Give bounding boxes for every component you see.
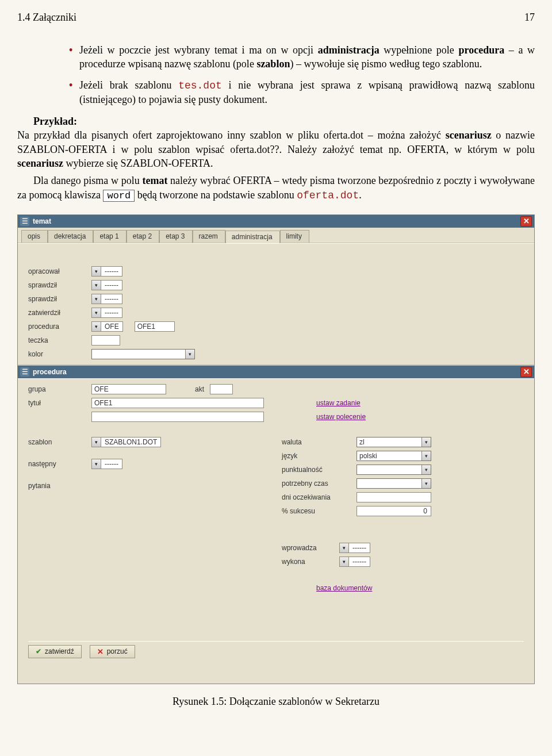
input-teczka[interactable]	[91, 335, 120, 346]
cancel-button[interactable]: ✕ porzuć	[90, 645, 135, 658]
combo-nastepny[interactable]: ------	[91, 459, 122, 469]
bullet-item-2: Jeżeli brak szablonu tes.dot i nie wybra…	[69, 78, 535, 107]
tab-etap2[interactable]: etap 2	[126, 230, 159, 243]
text: ) – wywołuje się pismo według tego szabl…	[290, 58, 482, 70]
tab-etap3[interactable]: etap 3	[159, 230, 192, 243]
chevron-down-icon	[92, 281, 101, 290]
label-czas: potrzebny czas	[282, 479, 356, 488]
label-jezyk: język	[282, 452, 356, 460]
link-baza-dokumentow[interactable]: baza dokumentów	[316, 584, 372, 592]
combo-opracowal[interactable]: ------	[91, 266, 122, 277]
combo-wprowadza[interactable]: ------	[339, 543, 370, 553]
chevron-down-icon	[92, 267, 101, 276]
x-icon: ✕	[97, 647, 103, 656]
input-dni[interactable]	[356, 492, 431, 502]
text: będą tworzone na podstawie szablonu	[137, 189, 297, 201]
page-number: 17	[524, 11, 535, 24]
input-procedura2[interactable]: OFE1	[135, 321, 175, 332]
text: wybierze się SZABLON-OFERTA.	[63, 158, 213, 169]
label-zatwierdzil: zatwierdził	[28, 309, 91, 317]
check-icon: ✔	[36, 647, 41, 655]
label-pytania: pytania	[28, 482, 91, 490]
example-block-2: Dla danego pisma w polu temat należy wyb…	[17, 174, 535, 202]
label-grupa: grupa	[28, 385, 91, 393]
section-title: 1.4 Załączniki	[17, 11, 76, 24]
app-icon: ☰	[20, 367, 29, 377]
confirm-button[interactable]: ✔ zatwierdź	[28, 645, 82, 658]
bold: administracja	[318, 44, 379, 56]
bold: szablon	[256, 58, 290, 70]
temat-tabs: opis dekretacja etap 1 etap 2 etap 3 raz…	[18, 228, 534, 243]
link-ustaw-zadanie[interactable]: ustaw zadanie	[316, 399, 361, 407]
chevron-down-icon	[92, 459, 101, 469]
input-tytul2[interactable]	[91, 412, 264, 422]
close-icon[interactable]: ✕	[520, 367, 532, 377]
chevron-down-icon	[185, 350, 194, 359]
tab-limity[interactable]: limity	[280, 230, 309, 243]
tab-etap1[interactable]: etap 1	[93, 230, 126, 243]
combo-sprawdzil2[interactable]: ------	[91, 294, 122, 304]
text: OFE1	[94, 399, 112, 407]
label-teczka: teczka	[28, 336, 91, 344]
label-kolor: kolor	[28, 350, 91, 358]
close-icon[interactable]: ✕	[520, 216, 532, 227]
label-opracowal: opracował	[28, 267, 91, 275]
text: zatwierdź	[45, 647, 74, 655]
text: .	[359, 189, 362, 201]
input-grupa[interactable]: OFE	[91, 384, 166, 394]
chevron-down-icon	[92, 322, 101, 331]
text: OFE	[94, 385, 109, 393]
word-key: word	[103, 190, 135, 202]
select-punktualnosc[interactable]	[356, 465, 431, 475]
text: wypełnione pole	[379, 44, 459, 56]
chevron-down-icon	[421, 451, 431, 460]
chevron-down-icon	[340, 557, 349, 566]
label-akt: akt	[195, 385, 204, 393]
tab-dekretacja[interactable]: dekretacja	[48, 230, 93, 243]
select-waluta[interactable]: zl	[356, 437, 431, 447]
combo-szablon[interactable]: SZABLON1.DOT	[91, 437, 161, 447]
mono: oferta.dot	[297, 190, 359, 201]
button-row: ✔ zatwierdź ✕ porzuć	[28, 641, 524, 658]
temat-title: temat	[33, 217, 51, 225]
combo-zatwierdzil[interactable]: ------	[91, 308, 122, 318]
temat-titlebar: ☰ temat ✕	[18, 215, 534, 228]
app-icon: ☰	[20, 217, 29, 226]
input-akt[interactable]	[210, 384, 233, 394]
link-ustaw-polecenie[interactable]: ustaw polecenie	[316, 413, 366, 421]
label-punktualnosc: punktualność	[282, 466, 356, 474]
tab-opis[interactable]: opis	[21, 230, 48, 243]
bullet-item-1: Jeżeli w poczcie jest wybrany temat i ma…	[69, 43, 535, 71]
select-kolor[interactable]	[91, 349, 195, 359]
bold: procedura	[458, 44, 504, 56]
text: 0	[423, 507, 427, 515]
chevron-down-icon	[340, 543, 349, 552]
procedura-body: grupa OFE akt tytuł OFE1	[18, 378, 534, 671]
bold: scenariusz	[17, 158, 63, 169]
procedura-window: ☰ procedura ✕ grupa OFE akt	[18, 364, 534, 671]
input-sukces[interactable]: 0	[356, 506, 431, 516]
combo-sprawdzil1[interactable]: ------	[91, 280, 122, 290]
label-sprawdzil2: sprawdził	[28, 295, 91, 303]
procedura-title: procedura	[33, 368, 67, 376]
label-szablon: szablon	[28, 438, 91, 446]
text: Na przykład dla pisanych ofert zaprojekt…	[17, 129, 446, 141]
text: Jeżeli w poczcie jest wybrany temat i ma…	[79, 44, 318, 56]
input-tytul[interactable]: OFE1	[91, 398, 264, 408]
tab-razem[interactable]: razem	[193, 230, 225, 243]
chevron-down-icon	[421, 438, 431, 447]
select-jezyk[interactable]: polski	[356, 451, 431, 461]
chevron-down-icon	[92, 308, 101, 317]
select-czas[interactable]	[356, 478, 431, 489]
combo-wykona[interactable]: ------	[339, 557, 370, 567]
label-tytul: tytuł	[28, 399, 91, 407]
bullet-list: Jeżeli w poczcie jest wybrany temat i ma…	[46, 43, 535, 106]
label-wykona: wykona	[282, 558, 339, 566]
tab-administracja[interactable]: administracja	[225, 231, 280, 243]
chevron-down-icon	[92, 294, 101, 304]
combo-procedura[interactable]: OFE	[91, 321, 123, 332]
text: zl	[359, 438, 421, 446]
text: polski	[359, 452, 421, 460]
mono: tes.dot	[178, 80, 222, 91]
example-header: Przykład:	[33, 116, 77, 127]
